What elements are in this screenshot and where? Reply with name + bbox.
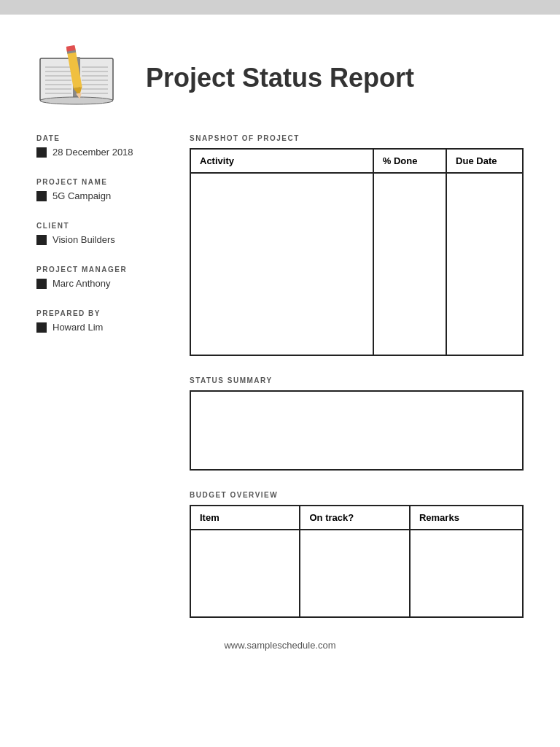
page: Project Status Report DATE 28 December 2… <box>0 15 560 747</box>
footer: www.sampleschedule.com <box>36 640 524 651</box>
client-label: CLIENT <box>36 222 175 230</box>
snapshot-duedate-cell <box>446 173 523 355</box>
budget-data-row <box>190 530 523 617</box>
budget-col-ontrack: On track? <box>300 506 409 530</box>
right-column: SNAPSHOT OF PROJECT Activity % Done Due … <box>190 134 524 618</box>
snapshot-col-percent: % Done <box>373 149 446 173</box>
date-value: 28 December 2018 <box>52 147 133 158</box>
main-content: DATE 28 December 2018 PROJECT NAME 5G Ca… <box>36 134 524 618</box>
snapshot-header-row: Activity % Done Due Date <box>190 149 523 173</box>
budget-table: Item On track? Remarks <box>190 505 524 618</box>
project-name-value-row: 5G Campaign <box>36 190 175 201</box>
prepared-by-label: PREPARED BY <box>36 309 175 317</box>
date-block: DATE 28 December 2018 <box>36 134 175 158</box>
client-value-row: Vision Builders <box>36 234 175 245</box>
prepared-by-value-row: Howard Lim <box>36 322 175 333</box>
project-manager-value-row: Marc Anthony <box>36 278 175 289</box>
project-manager-block: PROJECT MANAGER Marc Anthony <box>36 266 175 289</box>
client-square-icon <box>36 235 47 245</box>
project-manager-value: Marc Anthony <box>52 278 111 289</box>
book-pencil-icon <box>36 44 117 109</box>
title-area: Project Status Report <box>131 63 524 93</box>
budget-col-item: Item <box>190 506 300 530</box>
budget-ontrack-cell <box>300 530 409 617</box>
budget-item-cell <box>190 530 300 617</box>
snapshot-data-row <box>190 173 523 355</box>
footer-url: www.sampleschedule.com <box>224 640 335 651</box>
snapshot-section-label: SNAPSHOT OF PROJECT <box>190 134 524 142</box>
date-label: DATE <box>36 134 175 142</box>
snapshot-percent-cell <box>373 173 446 355</box>
budget-col-remarks: Remarks <box>410 506 523 530</box>
snapshot-col-activity: Activity <box>190 149 373 173</box>
logo-area <box>36 44 131 112</box>
prepared-by-square-icon <box>36 322 47 333</box>
project-name-block: PROJECT NAME 5G Campaign <box>36 178 175 201</box>
left-column: DATE 28 December 2018 PROJECT NAME 5G Ca… <box>36 134 175 618</box>
budget-header-row: Item On track? Remarks <box>190 506 523 530</box>
project-name-value: 5G Campaign <box>52 190 111 201</box>
date-square-icon <box>36 147 47 158</box>
snapshot-table: Activity % Done Due Date <box>190 148 524 356</box>
project-name-square-icon <box>36 191 47 201</box>
snapshot-activity-cell <box>190 173 373 355</box>
status-section-label: STATUS SUMMARY <box>190 376 524 384</box>
client-block: CLIENT Vision Builders <box>36 222 175 245</box>
project-manager-square-icon <box>36 279 47 289</box>
header: Project Status Report <box>36 44 524 112</box>
budget-remarks-cell <box>410 530 523 617</box>
svg-point-17 <box>40 97 113 104</box>
project-name-label: PROJECT NAME <box>36 178 175 186</box>
snapshot-col-duedate: Due Date <box>446 149 523 173</box>
budget-section-label: BUDGET OVERVIEW <box>190 491 524 499</box>
prepared-by-value: Howard Lim <box>52 322 103 333</box>
status-summary-box <box>190 390 524 471</box>
report-title: Project Status Report <box>146 63 524 93</box>
project-manager-label: PROJECT MANAGER <box>36 266 175 274</box>
svg-rect-1 <box>78 58 113 101</box>
client-value: Vision Builders <box>52 234 115 245</box>
prepared-by-block: PREPARED BY Howard Lim <box>36 309 175 333</box>
date-value-row: 28 December 2018 <box>36 147 175 158</box>
